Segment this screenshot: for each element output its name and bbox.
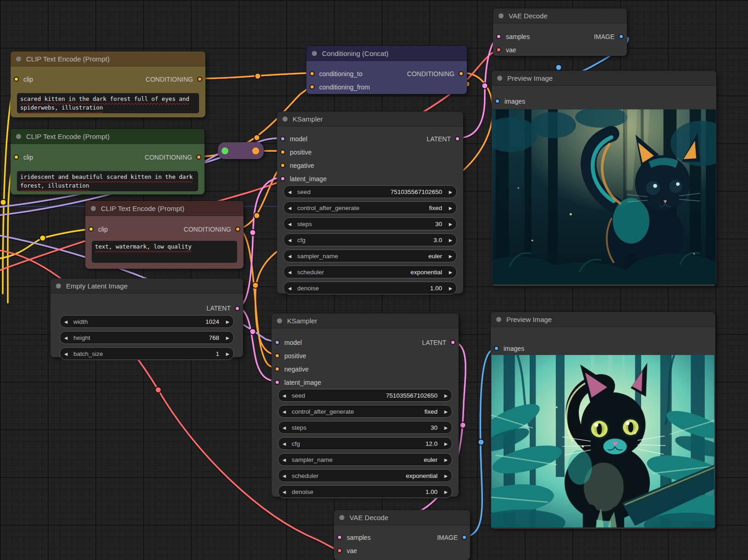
collapse-dot-icon[interactable]	[277, 318, 282, 323]
widget-sampler-name[interactable]: ◀ sampler_name euler ▶	[278, 453, 452, 466]
node-title-bar[interactable]: CLIP Text Encode (Prompt)	[11, 51, 205, 67]
decrement-arrow-icon[interactable]: ◀	[283, 489, 289, 494]
decrement-arrow-icon[interactable]: ◀	[288, 254, 295, 259]
widget-scheduler[interactable]: ◀ scheduler exponential ▶	[283, 266, 457, 278]
prompt-textarea[interactable]: text, watermark, low quality	[92, 241, 237, 263]
positive-input-slot[interactable]	[280, 150, 285, 155]
widget-batch-size[interactable]: ◀ batch_size 1 ▶	[60, 347, 234, 360]
decrement-arrow-icon[interactable]: ◀	[64, 319, 71, 324]
node-empty-latent-image[interactable]: Empty Latent Image LATENT ◀ width 1024 ▶…	[50, 278, 243, 357]
images-input-slot[interactable]	[494, 346, 499, 351]
node-clip-text-encode-3[interactable]: CLIP Text Encode (Prompt) clip CONDITION…	[85, 201, 244, 269]
increment-arrow-icon[interactable]: ▶	[441, 425, 448, 430]
increment-arrow-icon[interactable]: ▶	[441, 457, 448, 462]
widget-cfg[interactable]: ◀ cfg 3.0 ▶	[283, 233, 457, 246]
node-ksampler-2[interactable]: KSampler model LATENT positive negative …	[271, 313, 459, 497]
increment-arrow-icon[interactable]: ▶	[445, 238, 452, 243]
increment-arrow-icon[interactable]: ▶	[441, 441, 448, 446]
decrement-arrow-icon[interactable]: ◀	[288, 286, 295, 291]
reroute-input-slot[interactable]	[222, 147, 228, 154]
decrement-arrow-icon[interactable]: ◀	[283, 441, 289, 446]
node-vae-decode-1[interactable]: VAE Decode samples IMAGE vae	[493, 8, 627, 56]
collapse-dot-icon[interactable]	[312, 51, 317, 56]
widget-steps[interactable]: ◀ steps 30 ▶	[278, 421, 452, 434]
increment-arrow-icon[interactable]: ▶	[222, 319, 229, 324]
positive-input-slot[interactable]	[275, 353, 280, 358]
increment-arrow-icon[interactable]: ▶	[445, 205, 452, 211]
node-title-bar[interactable]: Preview Image	[492, 71, 716, 86]
widget-control-after-generate[interactable]: ◀ control_after_generate fixed ▶	[278, 405, 452, 418]
graph-canvas[interactable]: CLIP Text Encode (Prompt) clip CONDITION…	[0, 0, 748, 560]
widget-control-after-generate[interactable]: ◀ control_after_generate fixed ▶	[283, 201, 457, 214]
increment-arrow-icon[interactable]: ▶	[441, 409, 448, 414]
conditioning-output-slot[interactable]	[197, 77, 202, 82]
increment-arrow-icon[interactable]: ▶	[445, 222, 452, 227]
model-input-slot[interactable]	[280, 136, 285, 141]
increment-arrow-icon[interactable]: ▶	[441, 489, 448, 494]
increment-arrow-icon[interactable]: ▶	[445, 286, 452, 291]
conditioning-output-slot[interactable]	[196, 155, 201, 160]
collapse-dot-icon[interactable]	[283, 116, 288, 122]
increment-arrow-icon[interactable]: ▶	[441, 393, 448, 398]
node-title-bar[interactable]: CLIP Text Encode (Prompt)	[85, 201, 244, 216]
node-ksampler-1[interactable]: KSampler model LATENT positive negative …	[277, 111, 463, 294]
increment-arrow-icon[interactable]: ▶	[445, 189, 452, 194]
conditioning-from-input-slot[interactable]	[310, 84, 315, 89]
conditioning-output-slot[interactable]	[235, 227, 240, 232]
collapse-dot-icon[interactable]	[339, 515, 344, 520]
prompt-textarea[interactable]: iridescent and beautiful scared kitten i…	[17, 171, 198, 191]
node-conditioning-concat[interactable]: Conditioning (Concat) conditioning_to CO…	[306, 46, 467, 94]
node-clip-text-encode-1[interactable]: CLIP Text Encode (Prompt) clip CONDITION…	[11, 51, 205, 117]
samples-input-slot[interactable]	[496, 34, 501, 39]
latent-output-slot[interactable]	[455, 136, 460, 141]
latent-output-slot[interactable]	[450, 340, 455, 345]
widget-denoise[interactable]: ◀ denoise 1.00 ▶	[283, 282, 457, 294]
decrement-arrow-icon[interactable]: ◀	[288, 270, 295, 275]
widget-cfg[interactable]: ◀ cfg 12.0 ▶	[278, 437, 452, 450]
decrement-arrow-icon[interactable]: ◀	[288, 205, 295, 211]
vae-input-slot[interactable]	[337, 548, 342, 553]
vae-input-slot[interactable]	[496, 47, 501, 52]
decrement-arrow-icon[interactable]: ◀	[283, 473, 289, 478]
node-vae-decode-2[interactable]: VAE Decode samples IMAGE vae	[334, 510, 470, 560]
negative-input-slot[interactable]	[280, 163, 285, 168]
collapse-dot-icon[interactable]	[499, 13, 504, 18]
collapse-dot-icon[interactable]	[496, 317, 501, 322]
node-reroute[interactable]	[218, 142, 264, 159]
widget-seed[interactable]: ◀ seed 751035567102650 ▶	[278, 389, 452, 402]
image-output-slot[interactable]	[619, 34, 624, 39]
latent-image-input-slot[interactable]	[275, 380, 280, 385]
latent-image-input-slot[interactable]	[280, 176, 285, 181]
node-title-bar[interactable]: Empty Latent Image	[50, 278, 243, 294]
collapse-dot-icon[interactable]	[16, 56, 21, 61]
conditioning-output-slot[interactable]	[459, 71, 464, 76]
node-title-bar[interactable]: KSampler	[271, 313, 459, 328]
widget-steps[interactable]: ◀ steps 30 ▶	[283, 217, 457, 230]
clip-input-slot[interactable]	[89, 227, 94, 232]
increment-arrow-icon[interactable]: ▶	[222, 351, 229, 356]
decrement-arrow-icon[interactable]: ◀	[288, 189, 295, 194]
collapse-dot-icon[interactable]	[56, 283, 61, 288]
images-input-slot[interactable]	[495, 99, 500, 104]
widget-denoise[interactable]: ◀ denoise 1.00 ▶	[278, 485, 452, 498]
node-title-bar[interactable]: VAE Decode	[493, 8, 627, 23]
node-title-bar[interactable]: VAE Decode	[334, 510, 470, 525]
prompt-textarea[interactable]: scared kitten in the dark forest full of…	[17, 93, 199, 113]
collapse-dot-icon[interactable]	[16, 134, 21, 139]
image-output-slot[interactable]	[462, 535, 467, 540]
node-title-bar[interactable]: CLIP Text Encode (Prompt)	[11, 129, 205, 144]
widget-width[interactable]: ◀ width 1024 ▶	[60, 315, 234, 328]
decrement-arrow-icon[interactable]: ◀	[283, 409, 289, 414]
decrement-arrow-icon[interactable]: ◀	[64, 335, 71, 340]
decrement-arrow-icon[interactable]: ◀	[288, 222, 295, 227]
widget-sampler-name[interactable]: ◀ sampler_name euler ▶	[283, 250, 457, 262]
increment-arrow-icon[interactable]: ▶	[441, 473, 448, 478]
reroute-output-slot[interactable]	[252, 147, 259, 154]
decrement-arrow-icon[interactable]: ◀	[288, 238, 295, 243]
node-preview-image-2[interactable]: Preview Image images	[491, 312, 715, 529]
model-input-slot[interactable]	[275, 340, 280, 345]
widget-height[interactable]: ◀ height 768 ▶	[60, 331, 234, 344]
node-preview-image-1[interactable]: Preview Image images	[492, 71, 716, 286]
collapse-dot-icon[interactable]	[91, 206, 96, 211]
increment-arrow-icon[interactable]: ▶	[222, 335, 229, 340]
